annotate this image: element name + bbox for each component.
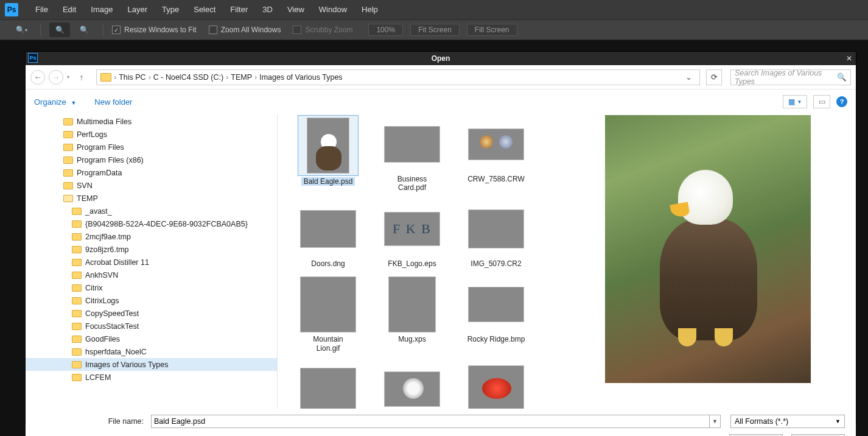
tree-label: FocusStackTest xyxy=(85,322,139,331)
help-button[interactable]: ? xyxy=(836,96,847,107)
fit-screen-button[interactable]: Fit Screen xyxy=(410,24,460,36)
tree-item[interactable]: TEMP xyxy=(26,192,277,205)
menu-view[interactable]: View xyxy=(280,0,312,19)
tree-label: _avast_ xyxy=(85,207,112,216)
resize-windows-checkbox[interactable]: ✓Resize Windows to Fit xyxy=(112,26,197,34)
address-bar[interactable]: › This PC › C - NoelC4 SSD (C:) › TEMP ›… xyxy=(96,69,700,85)
folder-icon xyxy=(63,144,73,151)
zoom-all-checkbox[interactable]: Zoom All Windows xyxy=(209,26,281,34)
zoom-tool-icon[interactable]: 🔍▾ xyxy=(11,23,32,37)
up-button[interactable]: ↑ xyxy=(75,71,88,83)
tree-item[interactable]: Acrobat Distiller 11 xyxy=(26,256,277,269)
thumbnail-label: Bald Eagle.psd xyxy=(301,177,355,186)
thumbnail-item[interactable]: Business Card.pdf xyxy=(370,115,454,192)
tree-item[interactable]: FocusStackTest xyxy=(26,320,277,332)
tree-label: {B904298B-522A-4DEC-9E68-9032FCBA0AB5} xyxy=(85,220,248,228)
menu-help[interactable]: Help xyxy=(354,0,385,19)
preview-image xyxy=(605,115,811,383)
menu-3d[interactable]: 3D xyxy=(255,0,280,19)
menu-window[interactable]: Window xyxy=(312,0,354,19)
tree-item[interactable]: CopySpeedTest xyxy=(26,307,277,320)
zoom-in-icon[interactable]: 🔍 xyxy=(49,23,70,37)
menu-edit[interactable]: Edit xyxy=(55,0,83,19)
folder-tree[interactable]: Multimedia FilesPerfLogsProgram FilesPro… xyxy=(26,114,278,409)
tree-label: Acrobat Distiller 11 xyxy=(85,258,149,267)
folder-icon xyxy=(72,348,82,356)
breadcrumb-part[interactable]: TEMP xyxy=(231,73,252,82)
breadcrumb-part[interactable]: Images of Various Types xyxy=(259,73,342,82)
tree-item[interactable]: Multimedia Files xyxy=(26,115,277,128)
search-input[interactable]: Search Images of Various Types🔍 xyxy=(730,69,851,85)
tree-item[interactable]: Citrix xyxy=(26,281,277,294)
tree-item[interactable]: {B904298B-522A-4DEC-9E68-9032FCBA0AB5} xyxy=(26,217,277,230)
breadcrumb-sep[interactable]: › xyxy=(226,73,228,82)
filename-dropdown[interactable]: ▼ xyxy=(710,415,721,428)
back-button[interactable]: ← xyxy=(30,70,45,85)
thumbnail-list[interactable]: Bald Eagle.psdBusiness Card.pdfCRW_7588.… xyxy=(278,114,548,409)
menu-filter[interactable]: Filter xyxy=(223,0,255,19)
breadcrumb-sep[interactable]: › xyxy=(149,73,151,82)
menu-layer[interactable]: Layer xyxy=(121,0,155,19)
tree-label: hsperfdata_NoelC xyxy=(85,348,147,356)
breadcrumb-part[interactable]: C - NoelC4 SSD (C:) xyxy=(153,73,223,82)
nav-row: ← → ▾ ↑ › This PC › C - NoelC4 SSD (C:) … xyxy=(26,65,856,90)
thumbnail-label: Business Card.pdf xyxy=(397,175,427,192)
thumbnail-item[interactable]: F K BFKB_Logo.eps xyxy=(370,200,454,268)
address-dropdown[interactable]: ⌄ xyxy=(682,72,696,82)
breadcrumb-sep[interactable]: › xyxy=(114,73,116,82)
tree-label: Program Files xyxy=(77,143,124,152)
tree-item[interactable]: AnkhSVN xyxy=(26,269,277,281)
filename-input[interactable] xyxy=(151,415,710,428)
thumbnail-item[interactable]: Mug.xps xyxy=(370,275,454,353)
menu-image[interactable]: Image xyxy=(83,0,120,19)
thumbnail-item[interactable]: Mountain Lion.gif xyxy=(286,275,370,353)
thumbnail-item[interactable] xyxy=(454,360,538,409)
zoom-percent-button[interactable]: 100% xyxy=(368,24,403,36)
thumbnail-item[interactable]: IMG_5079.CR2 xyxy=(454,200,538,268)
tree-item[interactable]: Images of Various Types xyxy=(26,358,277,371)
thumbnail-item[interactable] xyxy=(370,360,454,409)
thumbnail-image xyxy=(300,368,356,409)
folder-icon xyxy=(72,297,82,304)
thumbnail-label: Mug.xps xyxy=(398,335,425,343)
tree-label: AnkhSVN xyxy=(85,271,118,280)
format-dropdown[interactable]: All Formats (*.*)▼ xyxy=(730,415,845,428)
tree-item[interactable]: GoodFiles xyxy=(26,332,277,345)
tree-label: 2mcjf9ae.tmp xyxy=(85,233,131,241)
fill-screen-button[interactable]: Fill Screen xyxy=(467,24,517,36)
folder-icon xyxy=(72,208,82,215)
thumbnail-item[interactable]: Bald Eagle.psd xyxy=(286,115,370,192)
zoom-out-icon[interactable]: 🔍 xyxy=(74,23,94,37)
forward-button[interactable]: → xyxy=(49,70,63,85)
thumbnail-item[interactable]: Rocky Ridge.bmp xyxy=(454,275,538,353)
view-options-dropdown[interactable]: ▦ ▼ xyxy=(783,95,807,108)
tree-item[interactable]: _avast_ xyxy=(26,205,277,217)
tree-item[interactable]: CitrixLogs xyxy=(26,294,277,307)
menu-select[interactable]: Select xyxy=(186,0,223,19)
tree-item[interactable]: hsperfdata_NoelC xyxy=(26,345,277,358)
thumbnail-item[interactable]: CRW_7588.CRW xyxy=(454,115,538,192)
tree-item[interactable]: Program Files (x86) xyxy=(26,153,277,166)
breadcrumb-sep[interactable]: › xyxy=(254,73,257,82)
menu-file[interactable]: File xyxy=(28,0,55,19)
tree-item[interactable]: SVN xyxy=(26,179,277,192)
thumbnail-label: Doors.dng xyxy=(311,259,345,268)
thumbnail-item[interactable]: Doors.dng xyxy=(286,200,370,268)
dialog-bottom: File name: ▼ All Formats (*.*)▼ Image Se… xyxy=(26,409,856,436)
refresh-button[interactable]: ⟳ xyxy=(706,69,722,85)
tree-item[interactable]: 2mcjf9ae.tmp xyxy=(26,230,277,243)
preview-pane-button[interactable]: ▭ xyxy=(813,95,830,108)
tree-item[interactable]: LCFEM xyxy=(26,371,277,384)
breadcrumb-part[interactable]: This PC xyxy=(119,73,145,82)
close-button[interactable]: ✕ xyxy=(842,52,856,65)
menu-type[interactable]: Type xyxy=(155,0,186,19)
menubar: Ps File Edit Image Layer Type Select Fil… xyxy=(0,0,868,19)
tree-item[interactable]: ProgramData xyxy=(26,166,277,179)
organize-dropdown[interactable]: Organize ▼ xyxy=(34,97,76,107)
tree-item[interactable]: 9zo8jzr6.tmp xyxy=(26,243,277,256)
tree-item[interactable]: Program Files xyxy=(26,141,277,153)
history-caret[interactable]: ▾ xyxy=(67,74,69,80)
tree-item[interactable]: PerfLogs xyxy=(26,128,277,141)
thumbnail-item[interactable] xyxy=(286,360,370,409)
new-folder-button[interactable]: New folder xyxy=(94,97,132,107)
